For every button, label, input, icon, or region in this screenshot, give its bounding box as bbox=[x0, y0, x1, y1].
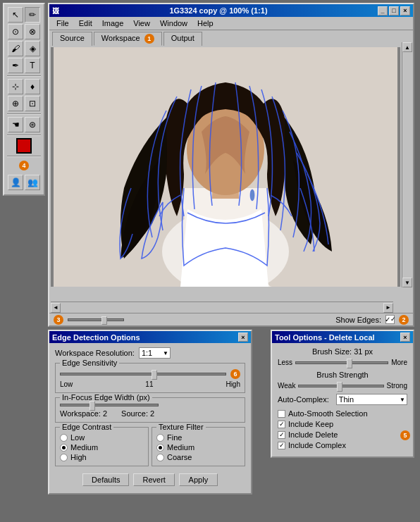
foreground-color[interactable] bbox=[16, 138, 32, 154]
tab-output[interactable]: Output bbox=[163, 32, 202, 46]
tool-select[interactable]: ⊹ bbox=[8, 79, 23, 94]
edge-detection-panel: Edge Detection Options × Workspace Resol… bbox=[48, 330, 252, 495]
scrollbar-vertical[interactable]: ▲ ▼ bbox=[402, 42, 413, 287]
include-delete-checkbox[interactable] bbox=[278, 431, 285, 439]
checkboxes-group: Auto-Smooth Selection Include Keep Inclu… bbox=[278, 409, 407, 449]
tool-pen[interactable]: ✒ bbox=[8, 58, 23, 73]
tool-panel-close[interactable]: × bbox=[400, 333, 410, 342]
workspace-res-dropdown[interactable]: 1:1 ▼ bbox=[139, 347, 171, 359]
in-focus-slider[interactable] bbox=[60, 404, 159, 406]
edge-contrast-label: Edge Contrast bbox=[60, 423, 113, 431]
workspace-res-label: Workspace Resolution: bbox=[55, 349, 135, 357]
edge-sensitivity-thumb[interactable] bbox=[152, 370, 157, 380]
brush-size-slider[interactable] bbox=[295, 361, 388, 364]
brush-strength-slider[interactable] bbox=[298, 385, 383, 387]
bottom-groups: Edge Contrast Low Medium High bbox=[55, 427, 245, 471]
menu-edit[interactable]: Edit bbox=[75, 18, 97, 28]
texture-coarse-radio[interactable] bbox=[156, 454, 164, 461]
texture-fine-radio[interactable] bbox=[156, 434, 164, 442]
contrast-low[interactable]: Low bbox=[60, 433, 144, 442]
tool-brush[interactable]: ✏ bbox=[25, 7, 40, 23]
slider-badge: 3 bbox=[54, 315, 63, 325]
tool-group[interactable]: 👥 bbox=[25, 175, 40, 190]
tool-paint[interactable]: 🖌 bbox=[8, 41, 23, 56]
auto-complex-row: Auto-Complex: Thin ▼ bbox=[278, 394, 407, 405]
tab-source[interactable]: Source bbox=[52, 32, 92, 46]
include-complex-checkbox[interactable] bbox=[278, 442, 285, 449]
defaults-button[interactable]: Defaults bbox=[82, 473, 129, 486]
scrollbar-horizontal[interactable]: ◄ ► bbox=[51, 302, 393, 313]
title-bar: 🖼 1G3324 copy @ 100% (1:1) _ □ × bbox=[49, 4, 413, 17]
texture-filter-group: Texture Filter Fine Medium Coarse bbox=[152, 427, 245, 466]
revert-button[interactable]: Revert bbox=[133, 473, 174, 486]
edge-panel-close[interactable]: × bbox=[238, 333, 248, 342]
more-label: More bbox=[391, 359, 407, 366]
show-edges-badge: 2 bbox=[399, 315, 409, 325]
texture-coarse[interactable]: Coarse bbox=[156, 453, 240, 461]
texture-fine[interactable]: Fine bbox=[156, 433, 240, 442]
tool-panel-badge: 5 bbox=[400, 430, 410, 440]
zoom-slider-thumb[interactable] bbox=[101, 316, 107, 325]
include-delete-row[interactable]: Include Delete bbox=[278, 430, 407, 439]
brush-strength-thumb[interactable] bbox=[337, 382, 342, 392]
tool-wand[interactable]: ♦ bbox=[25, 79, 40, 94]
menu-file[interactable]: File bbox=[52, 18, 73, 28]
scroll-up-button[interactable]: ▲ bbox=[402, 42, 412, 52]
contrast-high[interactable]: High bbox=[60, 453, 144, 461]
tool-lasso[interactable]: ⊙ bbox=[8, 24, 23, 39]
include-keep-row[interactable]: Include Keep bbox=[278, 420, 407, 428]
texture-medium[interactable]: Medium bbox=[156, 443, 240, 452]
show-edges-checkbox[interactable]: ✓ bbox=[385, 315, 395, 324]
auto-complex-arrow-icon: ▼ bbox=[400, 397, 405, 403]
menu-view[interactable]: View bbox=[129, 18, 154, 28]
auto-smooth-row[interactable]: Auto-Smooth Selection bbox=[278, 409, 407, 418]
edge-sensitivity-labels: Low 11 High bbox=[60, 380, 240, 388]
contrast-medium-radio[interactable] bbox=[60, 444, 68, 452]
divider-4 bbox=[7, 156, 41, 157]
tool-zoom[interactable]: ⊕ bbox=[8, 96, 23, 111]
window-title: 1G3324 copy @ 100% (1:1) bbox=[169, 6, 267, 15]
maximize-button[interactable]: □ bbox=[389, 6, 399, 15]
close-button[interactable]: × bbox=[400, 6, 410, 15]
divider-3 bbox=[7, 135, 41, 136]
scroll-right-button[interactable]: ► bbox=[383, 303, 393, 313]
in-focus-source-label: Source: 2 bbox=[121, 409, 154, 418]
include-complex-row[interactable]: Include Complex bbox=[278, 441, 407, 449]
menu-window[interactable]: Window bbox=[156, 18, 192, 28]
canvas-area[interactable] bbox=[51, 47, 400, 287]
edge-sensitivity-badge: 6 bbox=[230, 369, 240, 379]
edge-sensitivity-group: Edge Sensitivity 6 Low 11 High bbox=[55, 363, 245, 393]
contrast-medium[interactable]: Medium bbox=[60, 443, 144, 452]
window-icon: 🖼 bbox=[52, 7, 59, 15]
zoom-slider-track[interactable] bbox=[68, 318, 124, 321]
scroll-down-button[interactable]: ▼ bbox=[402, 278, 412, 287]
texture-medium-radio[interactable] bbox=[156, 444, 164, 452]
menu-bar: File Edit Image View Window Help bbox=[49, 17, 413, 30]
tool-fill[interactable]: ◈ bbox=[25, 41, 40, 56]
menu-image[interactable]: Image bbox=[98, 18, 128, 28]
tool-person[interactable]: 👤 bbox=[8, 175, 23, 190]
auto-complex-dropdown[interactable]: Thin ▼ bbox=[336, 394, 407, 405]
edge-sensitivity-slider[interactable] bbox=[60, 373, 226, 375]
in-focus-thumb[interactable] bbox=[89, 401, 95, 411]
bottom-control-bar: 3 Show Edges: ✓ 2 bbox=[49, 313, 413, 325]
scroll-left-button[interactable]: ◄ bbox=[51, 303, 61, 313]
tool-hand[interactable]: ☚ bbox=[8, 117, 23, 132]
tool-text[interactable]: T bbox=[25, 58, 40, 73]
tool-magnify[interactable]: ⊛ bbox=[25, 117, 40, 132]
auto-smooth-checkbox[interactable] bbox=[278, 410, 285, 418]
less-label: Less bbox=[278, 359, 292, 366]
contrast-high-radio[interactable] bbox=[60, 454, 68, 461]
brush-size-thumb[interactable] bbox=[347, 359, 352, 368]
tool-options-panel: Tool Options - Delete Local × Brush Size… bbox=[271, 330, 414, 458]
apply-button[interactable]: Apply bbox=[179, 473, 218, 486]
tool-camera[interactable]: ⊡ bbox=[25, 96, 40, 111]
contrast-low-radio[interactable] bbox=[60, 434, 68, 442]
tool-eraser[interactable]: ⊗ bbox=[25, 24, 40, 39]
minimize-button[interactable]: _ bbox=[378, 6, 388, 15]
include-keep-checkbox[interactable] bbox=[278, 421, 285, 428]
tool-arrow[interactable]: ↖ bbox=[8, 7, 23, 23]
zoom-slider[interactable] bbox=[68, 318, 124, 321]
menu-help[interactable]: Help bbox=[193, 18, 218, 28]
tab-workspace[interactable]: Workspace 1 bbox=[94, 32, 162, 46]
